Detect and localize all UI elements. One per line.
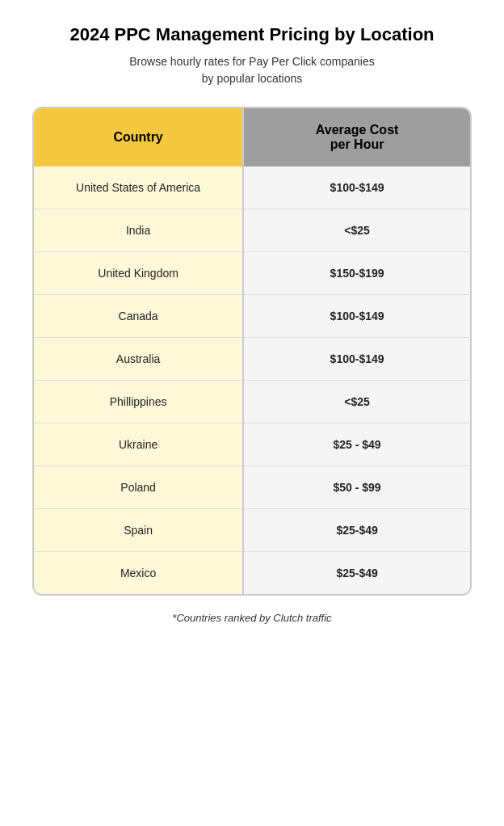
- pricing-table: Country Average Costper Hour United Stat…: [34, 108, 470, 594]
- table-cell-country: Mexico: [34, 552, 243, 595]
- table-cell-cost: <$25: [243, 381, 470, 424]
- table-cell-cost: $150-$199: [243, 252, 470, 295]
- table-cell-country: Australia: [34, 338, 243, 381]
- table-row: Mexico$25-$49: [34, 552, 470, 595]
- table-cell-country: United Kingdom: [34, 252, 243, 295]
- table-cell-country: United States of America: [34, 166, 243, 209]
- table-cell-cost: $25-$49: [243, 552, 470, 595]
- table-cell-cost: $100-$149: [243, 166, 470, 209]
- table-cell-country: Spain: [34, 509, 243, 552]
- table-row: United Kingdom$150-$199: [34, 252, 470, 295]
- column-header-cost: Average Costper Hour: [243, 108, 470, 166]
- table-row: Poland$50 - $99: [34, 466, 470, 509]
- table-cell-cost: $100-$149: [243, 295, 470, 338]
- table-row: Canada$100-$149: [34, 295, 470, 338]
- page-title: 2024 PPC Management Pricing by Location: [69, 24, 434, 45]
- pricing-table-container: Country Average Costper Hour United Stat…: [32, 107, 472, 596]
- table-cell-country: Canada: [34, 295, 243, 338]
- table-cell-cost: $25-$49: [243, 509, 470, 552]
- table-row: Phillippines<$25: [34, 381, 470, 424]
- footer-note: *Countries ranked by Clutch traffic: [172, 612, 331, 624]
- table-cell-country: Poland: [34, 466, 243, 509]
- table-row: Australia$100-$149: [34, 338, 470, 381]
- table-row: Ukraine$25 - $49: [34, 424, 470, 466]
- table-row: Spain$25-$49: [34, 509, 470, 552]
- table-cell-country: Ukraine: [34, 424, 243, 466]
- column-header-country: Country: [34, 108, 243, 166]
- table-cell-cost: $25 - $49: [243, 424, 470, 466]
- table-cell-cost: $50 - $99: [243, 466, 470, 509]
- page-subtitle: Browse hourly rates for Pay Per Click co…: [129, 53, 374, 87]
- table-row: India<$25: [34, 209, 470, 252]
- table-cell-cost: $100-$149: [243, 338, 470, 381]
- table-cell-country: Phillippines: [34, 381, 243, 424]
- table-cell-country: India: [34, 209, 243, 252]
- table-row: United States of America$100-$149: [34, 166, 470, 209]
- table-cell-cost: <$25: [243, 209, 470, 252]
